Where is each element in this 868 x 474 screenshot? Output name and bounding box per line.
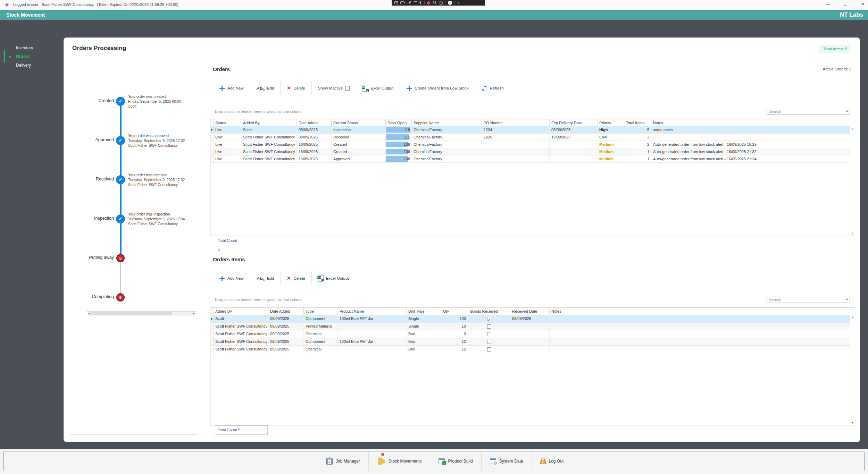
cell-qty: 3 <box>441 330 468 338</box>
goods-received-checkbox[interactable] <box>487 317 491 321</box>
row-indicator <box>211 141 214 148</box>
table-row[interactable]: Live Scott Fisher SWF Consultancy 16/09/… <box>211 148 850 155</box>
product-build-button[interactable]: Product Build <box>430 451 481 471</box>
col-total-items[interactable]: Total Items <box>624 119 651 126</box>
show-inactive-checkbox[interactable] <box>345 86 350 91</box>
excel-icon: XLS <box>318 275 324 282</box>
show-inactive-toggle[interactable]: Show Inactive <box>312 81 356 96</box>
table-row[interactable]: Live Scott 05/09/2025 Inspection 119 Che… <box>211 126 850 134</box>
table-row[interactable]: Live Scott Fisher SWF Consultancy 16/09/… <box>211 155 850 163</box>
cell-days-open: 115 <box>386 134 412 141</box>
col-product-name[interactable]: Product Name <box>338 308 407 315</box>
table-row[interactable]: Scott Fisher SWF Consultancy 09/09/2025 … <box>211 330 850 338</box>
frame-icon[interactable] <box>414 1 417 4</box>
restore-button[interactable] <box>844 3 847 6</box>
sidebar-item-orders[interactable]: Orders <box>16 54 30 59</box>
col-type[interactable]: Type <box>304 308 338 315</box>
system-data-button[interactable]: ⚙ System Data <box>482 451 532 471</box>
col-po-number[interactable]: PO Nunber <box>482 119 550 126</box>
orders-items-grid-header: Added By Date Added Type Product Name Un… <box>211 308 850 315</box>
timeline-connector-pending <box>120 258 121 297</box>
col-added-by[interactable]: Added By <box>214 308 268 315</box>
table-row[interactable]: Scott Fisher SWF Consultancy 09/09/2025 … <box>211 323 850 330</box>
orders-items-grid-scrollbar[interactable]: ▲ ▼ <box>850 315 855 425</box>
close-button[interactable]: ✕ <box>861 2 865 6</box>
chevron-left-icon[interactable]: < <box>457 1 459 5</box>
col-notes[interactable]: Notes <box>550 308 850 315</box>
cell-current-status: Created <box>332 141 386 148</box>
delete-button[interactable]: ✕ Delete <box>281 271 311 286</box>
scroll-up-arrow-icon[interactable]: ▲ <box>851 316 854 318</box>
search-input[interactable] <box>767 108 843 115</box>
edit-button[interactable]: Ab✎ Edit <box>250 271 280 286</box>
col-unit-type[interactable]: Unit Type <box>407 308 441 315</box>
col-received-date[interactable]: Received Date <box>510 308 550 315</box>
video-camera-icon[interactable] <box>400 1 404 4</box>
col-date-added[interactable]: Date Added <box>297 119 332 126</box>
col-exp-delivery-date[interactable]: Exp Delivery Date <box>550 119 598 126</box>
timeline-label-approved: Approved <box>70 137 114 142</box>
scroll-right-arrow-icon[interactable]: ▶ <box>192 312 196 315</box>
cell-qty: 10 <box>441 323 468 330</box>
cursor-icon[interactable] <box>409 1 412 5</box>
status-check-icon[interactable]: ✓ <box>448 1 452 5</box>
cell-unit-type: Single <box>407 315 441 322</box>
delete-button[interactable]: ✕ Delete <box>281 81 311 96</box>
col-goods-received[interactable]: Goods Received <box>468 308 510 315</box>
table-row[interactable]: Live Scott Fisher SWF Consultancy 16/09/… <box>211 141 850 148</box>
orders-section-title: Orders <box>213 66 230 72</box>
col-status[interactable]: Status <box>214 119 241 126</box>
orders-items-search-box[interactable]: ▼ <box>767 296 850 303</box>
excel-output-button[interactable]: XLS Excel Output <box>312 271 355 286</box>
cell-priority: High <box>598 126 624 133</box>
log-out-button[interactable]: Log Out <box>532 451 572 471</box>
goods-received-checkbox[interactable] <box>487 332 491 336</box>
refresh-button[interactable]: Refresh <box>475 81 510 96</box>
orders-search-box[interactable]: ▼ <box>767 108 850 115</box>
edit-button[interactable]: Ab✎ Edit <box>250 81 280 96</box>
chevron-down-icon[interactable]: ▼ <box>845 110 849 113</box>
stock-movements-button[interactable]: Stock Movements <box>369 451 430 471</box>
sidebar-item-delivery[interactable]: Delivery <box>16 63 31 68</box>
col-added-by[interactable]: Added By <box>241 119 297 126</box>
record-icon[interactable] <box>427 1 430 5</box>
plus-icon <box>219 276 225 281</box>
window-target-icon[interactable] <box>394 1 398 4</box>
orders-grid-scrollbar[interactable]: ▲ ▼ <box>850 126 855 236</box>
goods-received-checkbox[interactable] <box>487 347 491 352</box>
table-row[interactable]: Scott 09/09/2025 Component 100ml Blue PE… <box>211 315 850 323</box>
cell-added-by: Scott Fisher SWF Consultancy <box>214 346 268 353</box>
row-indicator-header <box>211 308 214 315</box>
table-row[interactable]: Scott Fisher SWF Consultancy 09/09/2025 … <box>211 338 850 346</box>
minimize-button[interactable]: — <box>826 2 830 6</box>
scroll-left-arrow-icon[interactable]: ◀ <box>87 312 91 315</box>
timeline-horizontal-scrollbar[interactable]: ◀ ▶ <box>87 311 196 315</box>
table-row[interactable]: Scott Fisher SWF Consultancy 09/09/2025 … <box>211 346 850 353</box>
timeline-label-received: Received <box>70 177 114 181</box>
scroll-down-arrow-icon[interactable]: ▼ <box>851 422 854 424</box>
col-date-added[interactable]: Date Added <box>268 308 304 315</box>
search-input[interactable] <box>767 296 843 303</box>
sidebar-item-inventory[interactable]: Inventory <box>16 45 33 50</box>
scrollbar-thumb[interactable] <box>91 312 172 315</box>
col-supplier-name[interactable]: Supplier Name <box>412 119 482 126</box>
goods-received-checkbox[interactable] <box>487 324 491 329</box>
col-days-open[interactable]: Days Open <box>386 119 412 126</box>
cell-notes: Auto-generated order from low stock aler… <box>651 141 850 148</box>
excel-output-button[interactable]: XLS Excel Output <box>356 81 400 96</box>
cursor-frame-icon[interactable] <box>419 1 422 5</box>
add-new-button[interactable]: Add New <box>213 271 250 286</box>
create-orders-from-low-stock-button[interactable]: Create Orders from Low Stock <box>400 81 475 96</box>
job-manager-button[interactable]: ✓ Job Manager <box>318 451 368 471</box>
scroll-up-arrow-icon[interactable]: ▲ <box>851 127 854 130</box>
scroll-down-arrow-icon[interactable]: ▼ <box>851 232 854 235</box>
col-notes[interactable]: Notes <box>651 119 850 126</box>
col-priority[interactable]: Priority <box>598 119 624 126</box>
goods-received-checkbox[interactable] <box>487 340 491 344</box>
col-current-status[interactable]: Current Status <box>332 119 386 126</box>
add-new-button[interactable]: Add New <box>213 81 250 96</box>
chevron-down-icon[interactable]: ▼ <box>845 298 849 301</box>
col-qty[interactable]: Qty <box>441 308 468 315</box>
accessibility-icon[interactable] <box>439 1 443 5</box>
table-row[interactable]: Live Scott Fisher SWF Consultancy 09/09/… <box>211 134 850 141</box>
